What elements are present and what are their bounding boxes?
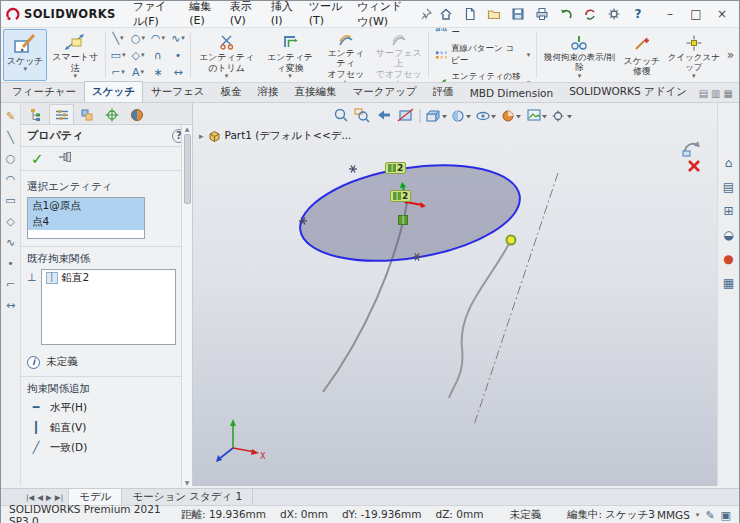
cancel-sketch-icon[interactable]: [687, 159, 701, 173]
left-toolbar-line-icon[interactable]: ╲: [7, 132, 14, 144]
spline-right[interactable]: [449, 240, 511, 398]
tab-direct-editing[interactable]: 直接編集: [286, 81, 344, 102]
spline-tool-button[interactable]: ∿▾: [168, 30, 188, 47]
add-horizontal-relation-button[interactable]: ━ 水平(H): [27, 399, 176, 417]
units-caret-icon[interactable]: ▾: [696, 512, 700, 519]
left-toolbar-spline-icon[interactable]: ∿: [6, 237, 15, 249]
tab-addins[interactable]: SOLIDWORKS アドイン: [561, 81, 695, 102]
zoom-area-icon[interactable]: [355, 109, 369, 122]
view-settings-icon[interactable]: [553, 111, 573, 122]
stretch-tool-button[interactable]: ↔: [168, 64, 188, 81]
sketch-point-marker[interactable]: [349, 166, 357, 173]
hide-show-items-icon[interactable]: [477, 113, 496, 120]
appearances-icon[interactable]: ●: [723, 253, 733, 266]
left-toolbar-circle-icon[interactable]: ○: [6, 153, 16, 165]
left-toolbar-rectangle-icon[interactable]: ▭: [5, 195, 15, 207]
new-document-icon[interactable]: [459, 4, 481, 24]
design-library-icon[interactable]: ▤: [723, 181, 734, 194]
sketch-button[interactable]: スケッチ ▾: [3, 29, 47, 81]
menu-pin-icon[interactable]: [418, 4, 435, 24]
display-delete-relations-button[interactable]: 幾何拘束の表示/削除 ▾: [539, 29, 620, 81]
graphics-viewport[interactable]: X ▸ Part1 (デフォルト<<デ...: [193, 103, 717, 486]
zoom-fit-icon[interactable]: [336, 110, 348, 122]
view-orientation-icon[interactable]: [427, 111, 447, 121]
text-tool-button[interactable]: A▾: [128, 64, 148, 81]
left-toolbar-point-icon[interactable]: •: [7, 258, 14, 270]
existing-relations-listbox[interactable]: │ 鉛直2: [41, 269, 176, 345]
add-coincident-relation-button[interactable]: ╱ 一致(D): [27, 439, 176, 457]
apply-scene-icon[interactable]: [528, 110, 547, 120]
nav-first-icon[interactable]: |◀: [26, 493, 34, 502]
display-manager-tab[interactable]: [124, 104, 149, 124]
smart-dimension-button[interactable]: スマート寸法 ▾: [47, 29, 103, 81]
ok-check-icon[interactable]: ✓: [31, 150, 44, 168]
tab-sketch[interactable]: スケッチ: [84, 81, 143, 102]
list-item[interactable]: │ 鉛直2: [42, 270, 175, 286]
section-view-icon[interactable]: [398, 109, 413, 121]
exit-sketch-icon[interactable]: [681, 139, 701, 157]
home-icon[interactable]: [435, 4, 457, 24]
convert-caret-icon[interactable]: ▾: [288, 73, 292, 80]
circle-tool-button[interactable]: ○▾: [128, 30, 148, 47]
open-icon[interactable]: [483, 4, 505, 24]
minimize-button[interactable]: –: [657, 4, 683, 24]
nav-last-icon[interactable]: ▶|: [55, 493, 63, 502]
ribbon-overflow-button[interactable]: »: [724, 29, 737, 81]
print-icon[interactable]: [531, 4, 553, 24]
line-tool-button[interactable]: ╲▾: [108, 30, 128, 47]
custom-properties-icon[interactable]: ▦: [723, 277, 734, 290]
relation-glyph-chip[interactable]: │: [398, 215, 408, 225]
help-icon[interactable]: ?: [627, 4, 649, 24]
feature-manager-tab[interactable]: [24, 104, 49, 124]
panel-layout-icon-2[interactable]: ▥: [711, 88, 720, 99]
add-vertical-relation-button[interactable]: ┃ 鉛直(V): [27, 419, 176, 437]
sketch-caret-icon[interactable]: ▾: [23, 66, 27, 73]
undo-icon[interactable]: [555, 4, 577, 24]
left-toolbar-arc-icon[interactable]: ◠: [6, 174, 16, 186]
offset-entities-button[interactable]: エンティティ オフセット: [320, 29, 372, 81]
view-palette-icon[interactable]: ◒: [723, 229, 733, 242]
close-button[interactable]: ×: [709, 4, 735, 24]
status-tag-icon[interactable]: ▣: [721, 509, 731, 522]
previous-view-icon[interactable]: [378, 111, 390, 120]
tab-weldments[interactable]: 溶接: [249, 81, 286, 102]
rectangle-tool-button[interactable]: ▭▾: [108, 47, 128, 64]
feature-tree-flyout[interactable]: ▸ Part1 (デフォルト<<デ...: [199, 129, 351, 143]
selected-entities-listbox[interactable]: 点1@原点 点4: [27, 197, 145, 239]
panel-layout-icon-3[interactable]: ▦: [724, 88, 733, 99]
point-tool-button[interactable]: •: [168, 47, 188, 64]
file-explorer-icon[interactable]: ⊞: [723, 205, 733, 218]
rebuild-icon[interactable]: [579, 4, 601, 24]
tab-mbd-dimension[interactable]: MBD Dimension: [462, 83, 562, 102]
scroll-thumb[interactable]: [184, 134, 191, 204]
ellipse-tool-button[interactable]: ∩: [148, 47, 168, 64]
keep-visible-pin-icon[interactable]: [58, 151, 72, 166]
relations-caret-icon[interactable]: ▾: [578, 73, 582, 80]
resources-home-icon[interactable]: ⌂: [725, 157, 733, 170]
arc-tool-button[interactable]: ◠▾: [148, 30, 168, 47]
linear-pattern-caret-icon[interactable]: ▾: [527, 52, 531, 59]
repair-sketch-button[interactable]: スケッチ 修復: [620, 29, 664, 81]
tab-markup[interactable]: マークアップ: [344, 81, 424, 102]
pm-scrollbar[interactable]: ▲ ▼: [181, 125, 192, 486]
display-style-icon[interactable]: [453, 111, 471, 121]
maximize-button[interactable]: □: [683, 4, 709, 24]
property-manager-tab[interactable]: [49, 104, 74, 124]
scroll-down-icon[interactable]: ▼: [185, 479, 190, 486]
scroll-up-icon[interactable]: ▲: [185, 125, 190, 132]
edit-appearance-icon[interactable]: [503, 111, 521, 121]
trim-entities-button[interactable]: エンティティのトリム ▾: [193, 29, 260, 81]
left-toolbar-fillet-icon[interactable]: ⌐: [6, 279, 15, 291]
smart-dimension-caret-icon[interactable]: ▾: [73, 73, 77, 80]
part-name[interactable]: Part1 (デフォルト<<デ...: [225, 129, 352, 143]
left-toolbar-polygon-icon[interactable]: ◇: [6, 216, 14, 228]
list-item[interactable]: 点4: [28, 214, 144, 230]
left-toolbar-move-icon[interactable]: ↔: [6, 300, 15, 312]
tab-sheet-metal[interactable]: 板金: [212, 81, 249, 102]
tab-features[interactable]: フィーチャー: [4, 81, 84, 102]
left-toolbar-pencil-icon[interactable]: ✎: [6, 111, 15, 123]
tree-expand-icon[interactable]: ▸: [199, 131, 204, 141]
trim-caret-icon[interactable]: ▾: [225, 73, 229, 80]
nav-next-icon[interactable]: ▶: [46, 493, 52, 502]
mirror-entities-button[interactable]: エンティティのミラー: [433, 28, 533, 40]
